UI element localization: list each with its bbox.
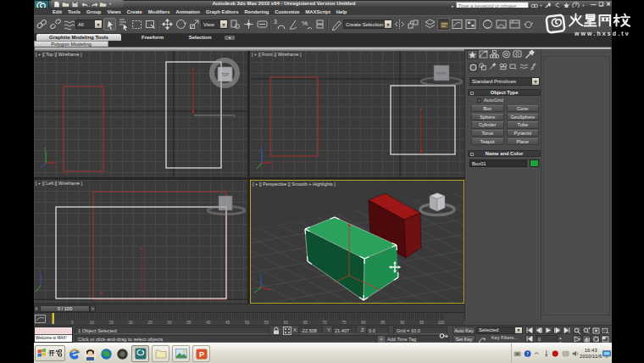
- volume-icon[interactable]: [572, 349, 579, 359]
- prev-frame-button[interactable]: <: [34, 305, 39, 312]
- bind-spacewarp-icon[interactable]: [63, 18, 75, 31]
- schematic-view-icon[interactable]: [464, 18, 477, 31]
- viewport-front-label[interactable]: [ + ][ Front ][ Wireframe ]: [252, 52, 302, 57]
- keyboard-override-icon[interactable]: [256, 18, 269, 31]
- taskbar-folder-button[interactable]: [152, 345, 169, 362]
- dark-app-icon[interactable]: [116, 348, 128, 360]
- mini-curve-editor-icon[interactable]: [35, 315, 47, 324]
- undo-icon[interactable]: [80, 1, 88, 7]
- object-type-button[interactable]: Plane: [507, 138, 540, 145]
- menu-item[interactable]: Graph Editors: [206, 9, 239, 14]
- maximize-viewport-icon[interactable]: [601, 335, 609, 343]
- next-frame-button[interactable]: >: [90, 305, 96, 312]
- tray-expand-icon[interactable]: [534, 349, 539, 359]
- percent-snap-icon[interactable]: %: [300, 18, 313, 31]
- object-type-button[interactable]: Tube: [507, 121, 540, 128]
- start-button[interactable]: [35, 345, 65, 361]
- listener-pane[interactable]: Welcome to MAX!: [35, 335, 72, 342]
- y-coordinate-field[interactable]: 21.407: [332, 327, 357, 334]
- viewport-left[interactable]: z y z [ + ][ Left ][ Wireframe ]: [34, 180, 247, 304]
- pan-hand-icon[interactable]: [582, 335, 591, 343]
- absolute-mode-icon[interactable]: [283, 327, 291, 335]
- globe-icon[interactable]: [100, 348, 112, 360]
- viewport-perspective-label[interactable]: [ + ][ Perspective ][ Smooth + Highlight…: [253, 182, 336, 187]
- object-type-button[interactable]: Teapot: [471, 138, 504, 145]
- project-folder-icon[interactable]: [99, 1, 107, 7]
- redo-icon[interactable]: [90, 1, 97, 7]
- layer-manager-icon[interactable]: [424, 18, 436, 31]
- render-setup-icon[interactable]: [495, 18, 508, 31]
- primitives-dropdown-arrow-icon[interactable]: ▼: [532, 78, 539, 85]
- category-geometry[interactable]: [469, 63, 478, 72]
- object-type-button[interactable]: GeoSphere: [507, 114, 540, 120]
- avatar-icon[interactable]: [84, 348, 96, 360]
- category-shapes[interactable]: [479, 63, 488, 72]
- align-icon[interactable]: [407, 18, 419, 31]
- menu-item[interactable]: Tools: [68, 9, 80, 14]
- menu-item[interactable]: Modifiers: [148, 9, 170, 14]
- menu-item[interactable]: Create: [127, 9, 142, 14]
- primitives-dropdown[interactable]: Standard Primitives ▼: [469, 77, 540, 86]
- object-type-button[interactable]: Cylinder: [471, 121, 504, 128]
- prev-frame-play-button[interactable]: [535, 327, 543, 334]
- go-to-start-button[interactable]: [525, 327, 534, 334]
- tab-display[interactable]: [513, 50, 524, 59]
- keying-set-arrow-icon[interactable]: ▼: [515, 327, 522, 334]
- viewcube-top-label[interactable]: TOP: [221, 73, 229, 77]
- tab-hierarchy[interactable]: [490, 50, 501, 59]
- menu-item[interactable]: Views: [107, 9, 120, 14]
- tray-pin-icon[interactable]: [543, 349, 550, 359]
- selection-lock-icon[interactable]: [272, 327, 280, 335]
- rendered-frame-icon[interactable]: [508, 18, 521, 31]
- viewport-top-label[interactable]: [ + ][ Top ][ Wireframe ]: [36, 52, 82, 57]
- select-link-icon[interactable]: [36, 18, 48, 31]
- display-settings-icon[interactable]: [602, 349, 611, 360]
- menu-item[interactable]: Rendering: [245, 9, 269, 14]
- select-manipulate-icon[interactable]: [242, 18, 255, 31]
- category-systems[interactable]: [530, 63, 539, 72]
- open-file-icon[interactable]: [62, 1, 69, 7]
- graphite-toggle-icon[interactable]: [437, 18, 450, 31]
- keying-set-dropdown[interactable]: Selected ▼: [476, 327, 523, 335]
- tray-camera-icon[interactable]: [514, 349, 521, 359]
- object-type-button[interactable]: Cone: [507, 105, 540, 112]
- zoom-icon[interactable]: [573, 327, 581, 334]
- tray-gray-icon[interactable]: [562, 349, 569, 359]
- window-crossing-icon[interactable]: [144, 18, 157, 31]
- next-frame-play-button[interactable]: [553, 327, 562, 334]
- object-type-rollout[interactable]: - Object Type: [468, 89, 541, 96]
- maxscript-mini-listener[interactable]: Welcome to MAX!: [34, 327, 73, 343]
- quick-render-icon[interactable]: [522, 18, 535, 31]
- close-button[interactable]: ✕: [606, 1, 610, 8]
- go-to-end-button[interactable]: [563, 327, 571, 334]
- angle-snap-icon[interactable]: [286, 18, 299, 31]
- object-type-button[interactable]: Torus: [471, 130, 504, 137]
- taskbar-powerpoint-button[interactable]: P: [192, 345, 210, 362]
- tab-motion[interactable]: [502, 50, 513, 59]
- minimize-button[interactable]: —: [591, 1, 597, 8]
- key-filters-link[interactable]: Key Filters...: [491, 335, 518, 340]
- qat-dropdown-icon[interactable]: ▼: [108, 2, 112, 6]
- object-color-swatch[interactable]: [530, 159, 539, 167]
- save-icon[interactable]: [71, 1, 79, 7]
- select-move-icon[interactable]: [161, 18, 174, 31]
- go-to-time-button[interactable]: [525, 335, 534, 343]
- object-type-button[interactable]: Sphere: [471, 114, 504, 120]
- menu-item[interactable]: Customize: [275, 9, 299, 14]
- taskbar-3dsmax-button[interactable]: [131, 345, 149, 362]
- unlink-icon[interactable]: [49, 18, 62, 31]
- select-rotate-icon[interactable]: [175, 18, 187, 31]
- object-type-button[interactable]: Pyramid: [507, 130, 540, 137]
- orbit-icon[interactable]: [591, 335, 600, 343]
- zoom-region-icon[interactable]: [601, 327, 609, 334]
- tab-utilities[interactable]: [525, 50, 536, 59]
- menu-item[interactable]: MAXScript: [306, 9, 330, 14]
- name-color-rollout[interactable]: - Name and Color: [468, 150, 541, 157]
- snaps-toggle-icon[interactable]: 3: [273, 18, 286, 31]
- material-editor-icon[interactable]: [481, 18, 494, 31]
- viewport-left-label[interactable]: [ + ][ Left ][ Wireframe ]: [36, 181, 82, 186]
- z-coordinate-field[interactable]: 0.0: [366, 327, 389, 334]
- new-file-icon[interactable]: [53, 1, 60, 7]
- select-object-icon[interactable]: [103, 18, 116, 31]
- ribbon-tab-selection[interactable]: Selection: [180, 34, 220, 41]
